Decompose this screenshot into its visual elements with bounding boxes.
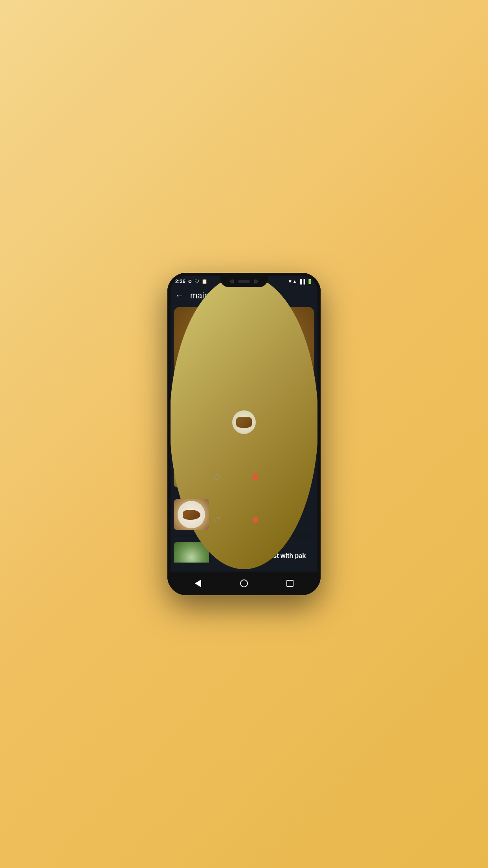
- notch-camera: [230, 280, 234, 283]
- phone-frame: 2:36 ⚙ 🛡 📋 ▼▲ ▐▐ 🔋 ← main course: [167, 273, 321, 595]
- recipe-list: Pasta 40 Minute main course: [167, 408, 321, 563]
- recent-nav-button[interactable]: [282, 576, 298, 591]
- back-nav-button[interactable]: [190, 576, 206, 591]
- recipe-item-duck[interactable]: Pan-fried duck breast with pak: [174, 536, 314, 563]
- notch: [220, 276, 268, 287]
- recent-square-icon: [286, 580, 294, 587]
- bottom-navigation: [167, 572, 321, 595]
- notch-speaker: [238, 280, 250, 283]
- notch-camera-2: [254, 280, 258, 283]
- home-nav-button[interactable]: [236, 576, 252, 591]
- screen: 2:36 ⚙ 🛡 📋 ▼▲ ▐▐ 🔋 ← main course: [167, 273, 321, 572]
- scroll-area[interactable]: 150 Minute main course Ale barley lamb s…: [167, 307, 321, 563]
- back-triangle-icon: [195, 579, 201, 587]
- home-circle-icon: [240, 579, 248, 587]
- duck-thumbnail: [174, 542, 209, 563]
- duck-image: [174, 542, 209, 563]
